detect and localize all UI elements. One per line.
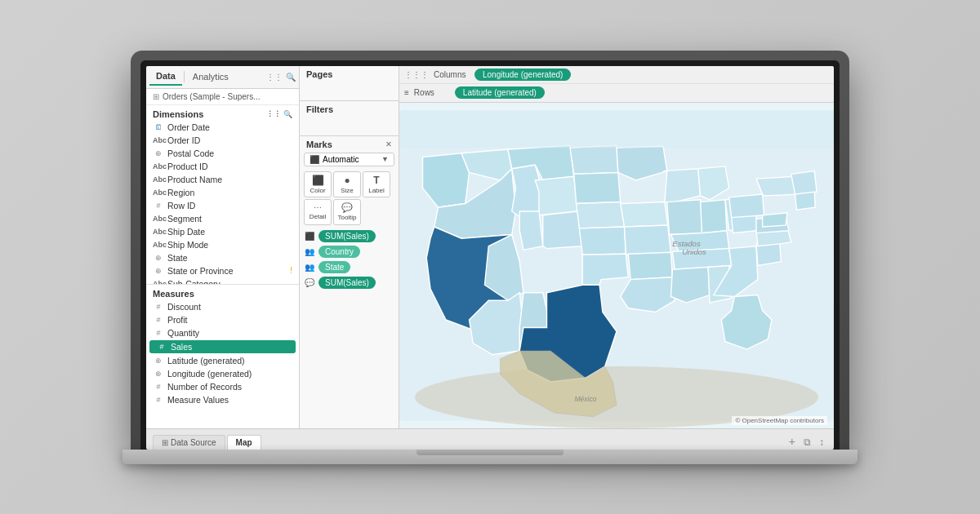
tab-data-source[interactable]: ⊞ Data Source (153, 435, 225, 450)
dim-region[interactable]: Abc Region (146, 186, 299, 199)
dim-product-name[interactable]: Abc Product Name (146, 173, 299, 186)
meas-values[interactable]: # Measure Values (146, 393, 299, 406)
middle-panel: Pages Filters Marks ✕ (300, 66, 399, 428)
pages-title: Pages (300, 66, 399, 82)
svg-text:Estados: Estados (672, 238, 701, 247)
tooltip-sales-pill[interactable]: SUM(Sales) (318, 277, 376, 289)
row-id-icon: # (153, 202, 164, 210)
tab-map[interactable]: Map (227, 435, 261, 450)
rows-shelf: ≡ Rows Latitude (generated) (399, 84, 834, 102)
dim-search-icon[interactable]: 🔍 (283, 110, 292, 118)
tooltip-card-icon: 💬 (341, 202, 353, 213)
svg-text:México: México (574, 394, 596, 402)
tooltip-card-label: Tooltip (337, 214, 356, 221)
discount-icon: # (153, 303, 164, 311)
mark-card-label[interactable]: T Label (363, 171, 390, 197)
svg-marker-32 (671, 267, 710, 303)
map-attribution: © OpenStreetMap contributors (732, 416, 827, 425)
meas-sales[interactable]: # Sales (149, 340, 296, 353)
marks-pill-state[interactable]: 👥 State (304, 261, 394, 273)
data-source-tab-label: Data Source (171, 438, 216, 447)
dim-segment[interactable]: Abc Segment (146, 212, 299, 225)
marks-pill-tooltip-sales[interactable]: 💬 SUM(Sales) (304, 277, 394, 289)
meas-latitude[interactable]: ⊕ Latitude (generated) (146, 354, 299, 367)
mark-cards-container: ⬛ Color ● Size T Label (300, 170, 399, 227)
svg-marker-44 (795, 192, 816, 210)
longitude-icon: ⊕ (153, 370, 164, 378)
size-card-label: Size (341, 187, 354, 194)
quantity-icon: # (153, 329, 164, 337)
ship-date-icon: Abc (153, 228, 164, 236)
tab-separator (184, 71, 185, 82)
mark-card-tooltip[interactable]: 💬 Tooltip (333, 199, 361, 225)
dim-order-id[interactable]: Abc Order ID (146, 134, 299, 147)
num-records-icon: # (153, 383, 164, 391)
marks-type-dropdown[interactable]: ⬛ Automatic ▼ (304, 153, 394, 166)
marks-pill-country[interactable]: 👥 Country (304, 246, 394, 258)
region-icon: Abc (153, 188, 164, 197)
dim-product-id[interactable]: Abc Product ID (146, 160, 299, 173)
measures-header: Measures (146, 284, 299, 300)
svg-marker-15 (574, 172, 621, 203)
laptop-base-notch (416, 450, 564, 455)
svg-marker-42 (763, 212, 787, 226)
dim-postal-code[interactable]: ⊕ Postal Code (146, 147, 299, 160)
dim-ship-mode[interactable]: Abc Ship Mode (146, 238, 299, 251)
meas-discount[interactable]: # Discount (146, 300, 299, 313)
duplicate-icon[interactable]: ⧉ (800, 436, 814, 448)
detail-card-label: Detail (310, 213, 326, 220)
meas-longitude[interactable]: ⊕ Longitude (generated) (146, 367, 299, 380)
meas-num-records[interactable]: # Number of Records (146, 380, 299, 393)
laptop-base (122, 450, 858, 464)
marks-pill-sum-sales[interactable]: ⬛ SUM(Sales) (304, 230, 394, 242)
state-pill-icon: 👥 (304, 263, 315, 272)
columns-icon: ⋮⋮⋮ (404, 70, 429, 79)
dim-state[interactable]: ⊕ State (146, 251, 299, 264)
filters-content (300, 117, 399, 135)
svg-marker-11 (543, 211, 582, 249)
marks-close-icon[interactable]: ✕ (385, 140, 392, 148)
new-sheet-icon[interactable]: + (786, 435, 799, 448)
dim-state-province[interactable]: ⊕ State or Province ! (146, 264, 299, 277)
meas-quantity[interactable]: # Quantity (146, 326, 299, 339)
dim-ship-date[interactable]: Abc Ship Date (146, 225, 299, 238)
dimensions-list: 🗓 Order Date Abc Order ID ⊕ Postal Code (146, 121, 299, 284)
state-pill[interactable]: State (318, 261, 350, 273)
dim-sort-icon[interactable]: ⋮⋮ (266, 110, 281, 118)
filters-title: Filters (300, 101, 399, 117)
mark-card-size[interactable]: ● Size (333, 171, 361, 197)
latitude-icon: ⊕ (153, 357, 164, 365)
data-source-row[interactable]: ⊞ Orders (Sample - Supers... (146, 89, 299, 105)
country-pill[interactable]: Country (318, 246, 360, 258)
mark-card-detail[interactable]: ⋯ Detail (304, 199, 332, 225)
rows-pill[interactable]: Latitude (generated) (455, 86, 545, 99)
filters-section: Filters (300, 101, 399, 136)
mark-card-color[interactable]: ⬛ Color (304, 171, 332, 197)
dim-sub-category[interactable]: Abc Sub-Category (146, 277, 299, 284)
tab-data[interactable]: Data (149, 68, 182, 86)
sum-sales-pill-icon: ⬛ (304, 232, 315, 241)
dimensions-header: Dimensions ⋮⋮ 🔍 (146, 105, 299, 121)
svg-marker-23 (628, 252, 672, 279)
svg-marker-26 (667, 199, 704, 234)
pane-search-icon[interactable]: 🔍 (286, 73, 296, 82)
segment-icon: Abc (153, 215, 164, 223)
order-id-icon: Abc (153, 136, 164, 144)
dim-order-date[interactable]: 🗓 Order Date (146, 121, 299, 134)
dim-row-id[interactable]: # Row ID (146, 199, 299, 212)
sum-sales-pill[interactable]: SUM(Sales) (318, 230, 376, 242)
postal-code-icon: ⊕ (153, 149, 164, 157)
marks-section: Marks ✕ ⬛ Automatic ▼ (300, 136, 399, 428)
state-icon: ⊕ (153, 254, 164, 262)
pane-grid-icon[interactable]: ⋮⋮ (266, 73, 283, 82)
sort-icon[interactable]: ↕ (816, 436, 827, 448)
ship-mode-icon: Abc (153, 241, 164, 249)
size-card-icon: ● (344, 175, 350, 186)
svg-rect-45 (399, 110, 834, 148)
map-tab-label: Map (236, 438, 252, 447)
columns-pill[interactable]: Longitude (generated) (474, 69, 571, 81)
tab-analytics[interactable]: Analytics (186, 69, 235, 85)
svg-marker-9 (535, 176, 577, 215)
svg-marker-17 (579, 227, 626, 255)
meas-profit[interactable]: # Profit (146, 313, 299, 326)
